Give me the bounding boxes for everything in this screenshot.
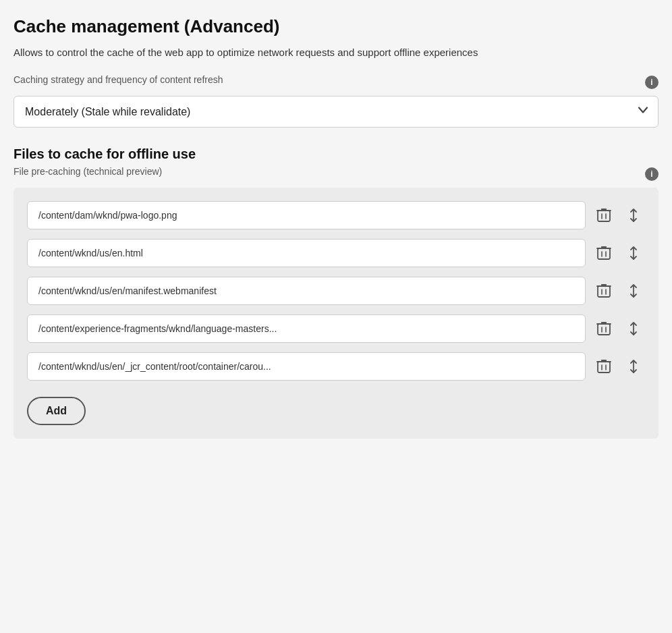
caching-strategy-label: Caching strategy and frequency of conten… [13,74,223,85]
file-precaching-info-icon[interactable]: i [645,167,659,181]
svg-rect-0 [598,211,610,221]
delete-file-2-button[interactable] [592,279,615,303]
file-row-4 [27,352,645,381]
delete-file-4-button[interactable] [592,354,615,379]
trash-icon-4 [596,358,611,375]
trash-icon-2 [596,283,611,299]
delete-file-0-button[interactable] [592,203,615,227]
files-section: Add [13,188,659,439]
svg-rect-2 [598,286,610,297]
file-input-3[interactable] [27,314,586,343]
svg-rect-4 [598,362,610,373]
file-row-0 [27,201,645,229]
files-section-title: Files to cache for offline use [13,146,659,162]
svg-rect-1 [598,248,610,259]
delete-file-1-button[interactable] [592,241,615,265]
move-file-0-button[interactable] [622,204,645,227]
move-icon-3 [626,321,641,336]
move-icon-1 [626,246,641,260]
move-file-2-button[interactable] [622,279,645,302]
file-row-3 [27,314,645,343]
file-precaching-label-row: File pre-caching (technical preview) i [13,166,659,182]
move-icon-2 [626,283,641,298]
svg-rect-3 [598,324,610,335]
caching-strategy-select[interactable]: Frequently (Network first) Moderately (S… [13,96,659,128]
move-file-4-button[interactable] [622,355,645,378]
caching-strategy-label-row: Caching strategy and frequency of conten… [13,74,659,90]
file-precaching-label: File pre-caching (technical preview) [13,166,162,177]
page-container: Cache management (Advanced) Allows to co… [0,0,672,466]
trash-icon-3 [596,321,611,337]
caching-strategy-info-icon[interactable]: i [645,76,659,89]
page-description: Allows to control the cache of the web a… [13,45,659,61]
file-row-1 [27,239,645,267]
move-icon-4 [626,359,641,374]
delete-file-3-button[interactable] [592,316,615,341]
move-icon-0 [626,208,641,223]
caching-strategy-select-wrapper: Frequently (Network first) Moderately (S… [13,96,659,128]
page-title: Cache management (Advanced) [13,16,659,37]
move-file-1-button[interactable] [622,242,645,265]
file-input-4[interactable] [27,352,586,381]
file-input-2[interactable] [27,277,586,305]
add-file-button[interactable]: Add [27,397,86,425]
trash-icon-1 [596,245,611,261]
file-input-1[interactable] [27,239,586,267]
file-row-2 [27,277,645,305]
move-file-3-button[interactable] [622,317,645,340]
trash-icon-0 [596,207,611,223]
file-input-0[interactable] [27,201,586,229]
